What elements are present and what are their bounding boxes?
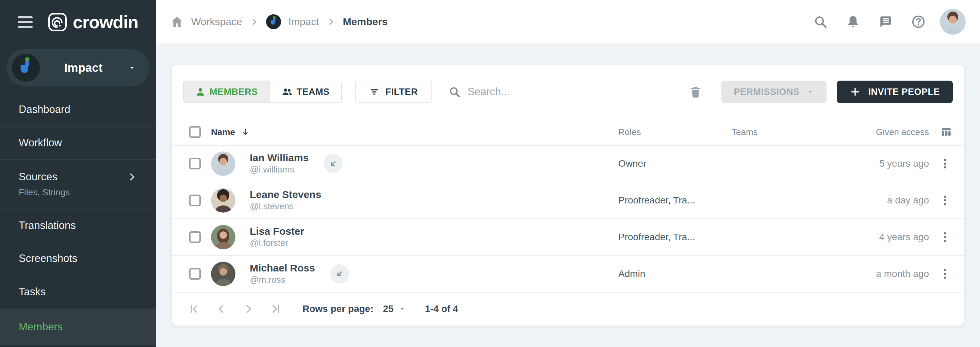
avatar [211, 188, 235, 213]
breadcrumb-project[interactable]: Impact [288, 16, 319, 27]
avatar [211, 151, 235, 176]
member-username: @m.ross [250, 274, 315, 286]
member-name[interactable]: Michael Ross [250, 262, 315, 274]
permissions-button[interactable]: PERMISSIONS [721, 81, 827, 103]
user-avatar[interactable] [940, 9, 966, 35]
column-header-teams[interactable]: Teams [732, 127, 817, 137]
sidebar-item-sublabel: Files, Strings [19, 187, 137, 197]
crowdin-logo[interactable]: crowdin [48, 12, 138, 32]
select-all-checkbox[interactable] [189, 126, 201, 138]
tab-teams-label: TEAMS [297, 87, 330, 97]
login-arrow-icon [324, 154, 343, 173]
search-input[interactable] [468, 86, 631, 98]
sort-down-icon[interactable] [240, 127, 250, 137]
sidebar-item-label: Screenshots [19, 252, 77, 265]
trash-icon[interactable] [689, 85, 702, 99]
member-given-access: 5 years ago [817, 158, 929, 169]
rows-per-page-select[interactable]: 25 [383, 304, 406, 314]
person-icon [195, 87, 205, 97]
sidebar-item-label: Dashboard [19, 103, 70, 116]
member-roles: Proofreader, Tra... [618, 195, 732, 206]
breadcrumb-current-members: Members [343, 16, 388, 27]
sidebar-item-workflow[interactable]: Workflow [0, 126, 156, 159]
project-selector[interactable]: Impact [6, 49, 150, 86]
help-icon[interactable] [911, 14, 926, 29]
caret-down-icon [127, 63, 137, 73]
kebab-menu-icon[interactable] [938, 229, 952, 245]
kebab-menu-icon[interactable] [938, 266, 952, 282]
search-box [449, 86, 689, 98]
member-name[interactable]: Ian Williams [250, 152, 309, 164]
crowdin-wordmark: crowdin [73, 12, 138, 32]
breadcrumb-project-logo-icon[interactable] [266, 14, 281, 29]
app-root: crowdin Impact Dashboard Workflow [0, 0, 980, 347]
row-checkbox[interactable] [189, 194, 201, 206]
table-row[interactable]: Leane Stevens @l.stevens Proofreader, Tr… [172, 182, 964, 219]
notifications-icon[interactable] [846, 14, 860, 29]
column-header-roles[interactable]: Roles [618, 127, 732, 137]
sidebar-item-dashboard[interactable]: Dashboard [0, 92, 156, 126]
sidebar-item-label: Workflow [19, 137, 62, 149]
member-username: @l.stevens [250, 201, 321, 212]
columns-settings-icon[interactable] [940, 126, 952, 138]
tab-teams[interactable]: TEAMS [270, 81, 341, 102]
member-roles: Owner [618, 158, 732, 169]
pagination-bar: Rows per page: 25 1-4 of 4 [172, 293, 964, 325]
sidebar-header: crowdin [0, 0, 156, 44]
messages-icon[interactable] [878, 14, 893, 29]
breadcrumb-workspace[interactable]: Workspace [191, 16, 242, 27]
crowdin-mark-icon [48, 12, 67, 32]
avatar [211, 262, 235, 286]
people-icon [282, 87, 293, 97]
row-checkbox[interactable] [189, 268, 201, 280]
prev-page-icon[interactable] [215, 303, 227, 315]
sidebar-item-sources[interactable]: Sources Files, Strings [0, 159, 156, 209]
pagination-range: 1-4 of 4 [425, 304, 458, 314]
first-page-icon[interactable] [188, 303, 200, 315]
invite-people-button[interactable]: INVITE PEOPLE [837, 81, 953, 103]
caret-down-icon [398, 305, 406, 313]
member-given-access: a day ago [817, 195, 929, 206]
column-header-given-access[interactable]: Given access [817, 127, 929, 137]
search-icon [449, 86, 461, 98]
home-icon[interactable] [170, 15, 184, 29]
pagination-nav [188, 303, 282, 315]
member-username: @i.williams [250, 164, 309, 175]
tab-members[interactable]: MEMBERS [184, 81, 270, 102]
row-checkbox[interactable] [189, 231, 201, 243]
sidebar-item-label: Tasks [19, 286, 46, 298]
sidebar-item-tasks[interactable]: Tasks [0, 275, 156, 309]
members-toolbar: MEMBERS TEAMS FILTER [172, 65, 964, 119]
table-row[interactable]: Lisa Foster @l.forster Proofreader, Tra.… [172, 219, 964, 256]
member-roles: Admin [618, 268, 732, 279]
member-roles: Proofreader, Tra... [618, 232, 732, 243]
member-name[interactable]: Leane Stevens [250, 188, 321, 201]
sidebar-item-translations[interactable]: Translations [0, 209, 156, 242]
last-page-icon[interactable] [270, 303, 282, 315]
sidebar-item-label: Members [19, 321, 63, 333]
sidebar-item-label: Sources [19, 171, 57, 183]
topbar: Workspace Impact Members [156, 0, 980, 44]
filter-button[interactable]: FILTER [355, 81, 432, 103]
table-row[interactable]: Michael Ross @m.ross Admin a month ago [172, 256, 964, 293]
member-username: @l.forster [250, 237, 304, 249]
row-checkbox[interactable] [189, 158, 201, 169]
column-header-name[interactable]: Name [211, 127, 235, 137]
rows-per-page-value: 25 [383, 304, 393, 314]
member-given-access: 4 years ago [817, 232, 929, 243]
member-given-access: a month ago [817, 268, 929, 279]
table-row[interactable]: Ian Williams @i.williams Owner 5 years a… [172, 146, 964, 182]
kebab-menu-icon[interactable] [938, 156, 952, 172]
project-name: Impact [40, 61, 127, 75]
next-page-icon[interactable] [243, 303, 254, 315]
rows-per-page-label: Rows per page: [302, 304, 373, 314]
sidebar-item-screenshots[interactable]: Screenshots [0, 242, 156, 275]
member-name[interactable]: Lisa Foster [250, 225, 304, 237]
members-card: MEMBERS TEAMS FILTER [172, 65, 964, 326]
sidebar-item-members[interactable]: Members [0, 309, 156, 345]
hamburger-menu-icon[interactable] [18, 16, 33, 28]
chevron-right-icon [327, 18, 336, 26]
kebab-menu-icon[interactable] [938, 193, 952, 208]
search-icon[interactable] [813, 14, 827, 29]
sidebar-nav: Dashboard Workflow Sources Files, String… [0, 92, 156, 345]
